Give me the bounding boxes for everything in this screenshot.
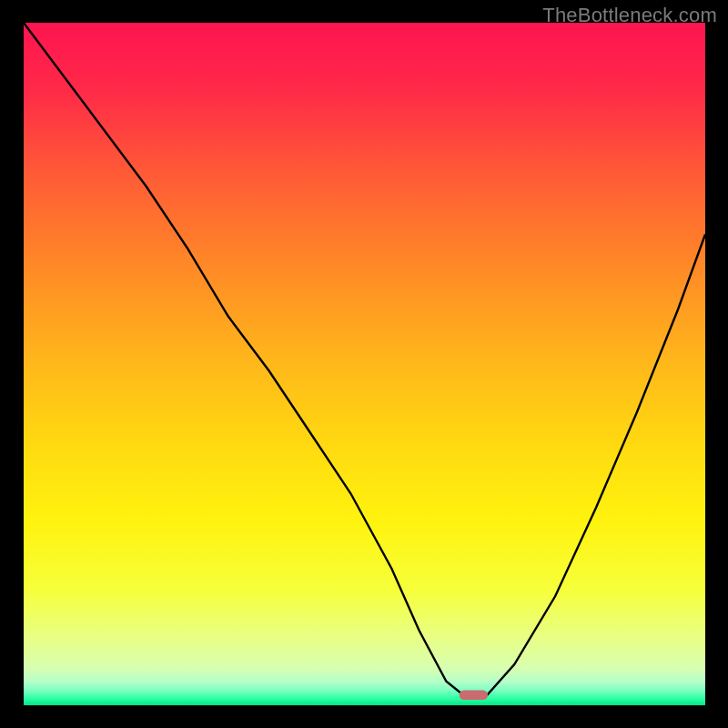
chart-svg [0,0,728,728]
watermark-text: TheBottleneck.com [542,4,717,27]
plot-background [24,23,705,705]
bottleneck-chart: TheBottleneck.com [0,0,728,728]
optimal-marker [460,691,488,701]
